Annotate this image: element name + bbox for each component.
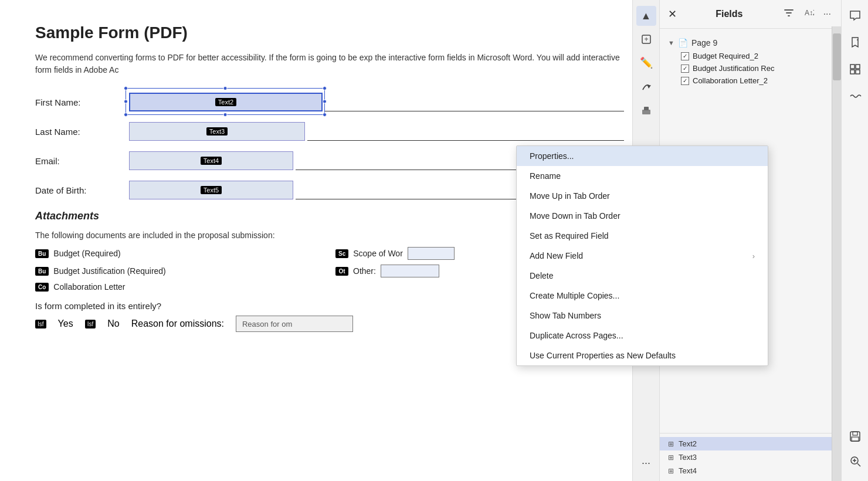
reason-field[interactable]: Reason for om bbox=[236, 316, 353, 332]
bookmark-panel-btn[interactable] bbox=[846, 33, 864, 52]
budget-just-badge: Bu bbox=[35, 267, 49, 276]
svg-rect-9 bbox=[850, 70, 855, 74]
text4-mini-icon: ⊞ bbox=[668, 467, 674, 475]
wavy-panel-btn[interactable] bbox=[846, 87, 864, 106]
text5-field[interactable]: Text5 bbox=[129, 181, 293, 199]
attach-collab: Co Collaboration Letter bbox=[35, 282, 324, 292]
other-badge: Ot bbox=[335, 267, 348, 276]
text2-badge: Text2 bbox=[215, 98, 236, 106]
sidebar-header: ✕ Fields A↕Z ··· bbox=[660, 0, 841, 29]
context-defaults-label: Use Current Properties as New Defaults bbox=[530, 351, 676, 360]
budget-required-name: Budget Required_2 bbox=[693, 52, 758, 60]
sidebar-scrollbar[interactable] bbox=[832, 26, 841, 481]
text3-badge: Text3 bbox=[206, 127, 228, 136]
collab-checkbox[interactable]: ✓ bbox=[681, 77, 689, 85]
scope-field[interactable] bbox=[408, 247, 455, 260]
context-add-field-label: Add New Field bbox=[530, 251, 583, 260]
more-icon[interactable]: ··· bbox=[822, 7, 833, 21]
context-copies-label: Create Multiple Copies... bbox=[530, 291, 619, 300]
sort-icon[interactable]: A↕Z bbox=[802, 6, 816, 22]
context-duplicate[interactable]: Duplicate Across Pages... bbox=[517, 326, 768, 345]
stamp-tool[interactable] bbox=[636, 100, 656, 120]
text3-field[interactable]: Text3 bbox=[129, 122, 305, 141]
context-delete[interactable]: Delete bbox=[517, 266, 768, 286]
text2-field[interactable]: Text2 bbox=[129, 93, 323, 111]
other-label: Other: bbox=[353, 266, 376, 276]
context-tab-numbers-label: Show Tab Numbers bbox=[530, 311, 601, 320]
save-panel-btn[interactable] bbox=[846, 427, 864, 446]
reason-placeholder: Reason for om bbox=[242, 320, 292, 328]
document-title: Sample Form (PDF) bbox=[35, 23, 624, 42]
svg-rect-4 bbox=[644, 107, 649, 110]
svg-text:A↕Z: A↕Z bbox=[805, 9, 814, 17]
scope-badge: Sc bbox=[335, 249, 348, 258]
add-field-arrow: › bbox=[752, 252, 755, 260]
zoom-panel-btn[interactable] bbox=[846, 452, 864, 470]
filter-icon[interactable] bbox=[782, 6, 796, 22]
dob-label: Date of Birth: bbox=[35, 185, 129, 195]
grid-panel-btn[interactable] bbox=[846, 60, 864, 79]
attach-budget: Bu Budget (Required) bbox=[35, 247, 324, 260]
budget-required-checkbox[interactable]: ✓ bbox=[681, 52, 689, 60]
other-field[interactable] bbox=[381, 265, 439, 277]
add-field-tool[interactable]: + bbox=[636, 29, 656, 49]
text3-mini-icon: ⊞ bbox=[668, 453, 674, 462]
context-move-down-label: Move Down in Tab Order bbox=[530, 211, 621, 221]
close-button[interactable]: ✕ bbox=[668, 8, 677, 21]
no-label: No bbox=[107, 319, 119, 329]
mini-field-text2[interactable]: ⊞ Text2 bbox=[660, 437, 841, 450]
budget-just-checkbox[interactable]: ✓ bbox=[681, 65, 689, 73]
page-chevron: ▼ bbox=[668, 39, 674, 46]
attach-budget-just: Bu Budget Justification (Required) bbox=[35, 265, 324, 277]
svg-rect-8 bbox=[856, 65, 860, 69]
sidebar-scroll-thumb[interactable] bbox=[833, 33, 841, 80]
context-move-down[interactable]: Move Down in Tab Order bbox=[517, 206, 768, 226]
svg-text:+: + bbox=[644, 35, 648, 43]
sidebar-bottom: ⊞ Text2 ⊞ Text3 ⊞ Text4 bbox=[660, 433, 841, 481]
context-rename[interactable]: Rename bbox=[517, 166, 768, 186]
lastname-underline bbox=[307, 122, 624, 141]
context-defaults[interactable]: Use Current Properties as New Defaults bbox=[517, 345, 768, 365]
budget-badge: Bu bbox=[35, 249, 49, 258]
field-item-collab[interactable]: ✓ Collaboration Letter_2 bbox=[660, 74, 841, 87]
context-move-up[interactable]: Move Up in Tab Order bbox=[517, 186, 768, 206]
context-menu: Properties... Rename Move Up in Tab Orde… bbox=[516, 145, 768, 366]
context-required[interactable]: Set as Required Field bbox=[517, 226, 768, 246]
mini-field-text3[interactable]: ⊞ Text3 bbox=[660, 450, 841, 464]
context-add-field[interactable]: Add New Field › bbox=[517, 246, 768, 266]
svg-rect-3 bbox=[642, 110, 650, 114]
text4-field[interactable]: Text4 bbox=[129, 151, 293, 170]
text5-badge: Text5 bbox=[201, 186, 222, 194]
question-text: Is form completed in its entirely? bbox=[35, 301, 161, 311]
firstname-underline bbox=[325, 93, 624, 111]
page-group: ▼ 📄 Page 9 ✓ Budget Required_2 ✓ Budget … bbox=[660, 33, 841, 89]
context-copies[interactable]: Create Multiple Copies... bbox=[517, 286, 768, 306]
more-options-tool[interactable]: ··· bbox=[636, 453, 656, 473]
cursor-tool[interactable]: ▲ bbox=[636, 6, 656, 26]
budget-just-name: Budget Justification Rec bbox=[693, 64, 774, 73]
svg-marker-2 bbox=[647, 85, 651, 89]
yes-label: Yes bbox=[58, 319, 73, 329]
svg-rect-10 bbox=[856, 70, 860, 74]
field-item-budget-required[interactable]: ✓ Budget Required_2 bbox=[660, 50, 841, 62]
svg-line-15 bbox=[857, 463, 860, 466]
context-tab-numbers[interactable]: Show Tab Numbers bbox=[517, 306, 768, 326]
text4-mini-label: Text4 bbox=[679, 466, 697, 475]
text4-badge: Text4 bbox=[201, 157, 222, 165]
curve-tool[interactable] bbox=[636, 76, 656, 96]
page-header[interactable]: ▼ 📄 Page 9 bbox=[660, 36, 841, 50]
sidebar-icons: A↕Z ··· bbox=[782, 6, 833, 22]
context-properties[interactable]: Properties... bbox=[517, 146, 768, 166]
pencil-tool[interactable]: ✏️ bbox=[636, 53, 656, 73]
budget-label: Budget (Required) bbox=[53, 249, 120, 258]
svg-rect-7 bbox=[850, 65, 855, 69]
collab-badge: Co bbox=[35, 283, 49, 292]
yes-badge: Isf bbox=[35, 320, 46, 328]
comment-panel-btn[interactable] bbox=[846, 6, 864, 25]
mini-field-text4[interactable]: ⊞ Text4 bbox=[660, 464, 841, 477]
text2-mini-label: Text2 bbox=[679, 439, 697, 448]
email-label: Email: bbox=[35, 156, 129, 166]
text2-mini-icon: ⊞ bbox=[668, 440, 674, 448]
svg-rect-12 bbox=[853, 432, 857, 435]
field-item-budget-just[interactable]: ✓ Budget Justification Rec bbox=[660, 62, 841, 74]
